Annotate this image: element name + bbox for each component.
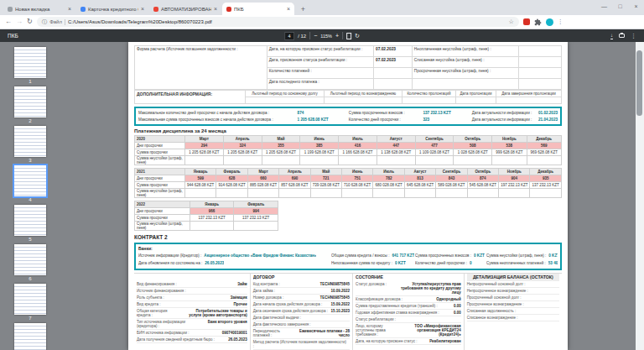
zoom-out-icon[interactable]: − — [314, 33, 317, 39]
thumbnail-page-number: 3 — [29, 158, 31, 163]
penalty-cell — [262, 156, 300, 165]
extensions-puzzle-icon[interactable] — [534, 18, 542, 26]
penalty-cell — [404, 189, 435, 198]
new-tab-button[interactable]: + — [298, 3, 309, 14]
summary-value: 1 205 628.08 KZT — [298, 118, 344, 122]
details-field: Источник финансирования : — [137, 288, 247, 295]
overdue-summary-box: Максимальное количество дней просрочки с… — [134, 107, 562, 126]
browser-window: Новая вкладка×Карточка кредитного бюро×А… — [0, 0, 644, 350]
address-separator — [65, 19, 65, 25]
month-header: Август — [404, 169, 435, 175]
month-header: Июль — [339, 136, 377, 143]
details-column: ДОГОВОРКод контракта :TECHN09875845Дата … — [250, 274, 352, 350]
contract-row: Источник информации (Кредитор) :Акционер… — [138, 252, 558, 259]
days-overdue-cell: 477 — [415, 143, 454, 149]
additional-info-value — [246, 97, 325, 104]
penalty-cell — [527, 156, 562, 165]
days-overdue-cell: 690 — [279, 175, 310, 182]
maximize-button[interactable]: □ — [612, 0, 628, 13]
penalty-cell — [373, 189, 404, 198]
tab-close-icon[interactable]: × — [287, 6, 290, 12]
forward-icon[interactable]: → — [16, 18, 23, 25]
field-label: Списанная неустойка (штраф, пеня) : — [412, 57, 518, 68]
thumbnail-page[interactable]: 4 — [14, 165, 46, 202]
thumbnail-page[interactable]: 6 — [14, 244, 46, 281]
thumbnail-page[interactable]: 2 — [14, 86, 46, 123]
pdf-more-icon[interactable]: ⋮ — [631, 33, 636, 39]
field-value — [519, 79, 562, 90]
month-header: Январь — [190, 201, 234, 208]
details-value: 0.00 — [454, 311, 461, 315]
minimize-button[interactable]: — — [596, 0, 612, 13]
thumbnail-page[interactable]: 8 — [14, 323, 46, 350]
month-header: Декабрь — [530, 169, 562, 175]
tab-close-icon[interactable]: × — [68, 6, 71, 12]
days-overdue-cell: 508 — [454, 143, 492, 149]
details-field: Непросроченное вознаграждение : — [467, 288, 559, 295]
details-label: Дата фактической выдачи : — [253, 316, 348, 320]
browser-tab[interactable]: ПКБ× — [222, 3, 294, 15]
month-header: Ноябрь — [499, 169, 530, 175]
thumbnail-page[interactable]: 5 — [14, 205, 46, 242]
field-label: Форма расчета (Источник погашения задолж… — [135, 46, 267, 90]
month-header: Май — [310, 169, 341, 175]
amount-overdue-cell: 1 166 628.08 KZT — [339, 149, 377, 156]
days-overdue-cell: 538 — [492, 143, 527, 149]
tab-close-icon[interactable]: × — [141, 6, 144, 12]
penalty-cell — [377, 156, 415, 165]
rotate-icon[interactable]: ↻ — [355, 33, 360, 39]
details-label: Переодичность платежей : — [253, 329, 292, 337]
address-bar[interactable]: ⓘ Файл C:/Users/Asus/Downloads/Telegram%… — [37, 17, 519, 27]
month-header: Август — [377, 136, 415, 143]
field-label: Дата, на которую присвоен статус реабили… — [267, 46, 373, 57]
penalty-cell — [310, 189, 341, 198]
scrollbar-thumb[interactable] — [636, 50, 642, 116]
penalty-cell — [190, 222, 234, 231]
contract-field-label: Сумма неоплаченных платежей : — [486, 261, 546, 265]
profile-avatar[interactable] — [546, 18, 553, 26]
info-icon[interactable]: ⓘ — [42, 18, 48, 26]
summary-label: Максимальная сумма просроченных взносов … — [138, 118, 295, 122]
print-icon[interactable] — [619, 34, 625, 38]
details-field: Вид финансирования :Займ — [137, 281, 247, 288]
details-field: БИН источника информации :090740019001 — [137, 330, 247, 337]
summary-label: Максимальное количество дней просрочки с… — [138, 111, 295, 115]
pdf-canvas: Форма расчета (Источник погашения задолж… — [60, 42, 636, 350]
pdf-toolbar: ПКБ 4 / 12 − 115% + ↻ ↓ ⋮ — [0, 29, 644, 42]
tab-label: Новая вкладка — [15, 7, 65, 12]
thumbnail-page[interactable]: 7 — [14, 284, 46, 321]
contract-field-value: 26.05.2023 — [205, 261, 224, 265]
details-field: Роль субъекта :Заёмщик — [137, 295, 247, 301]
field-value: 07.02.2023 — [374, 46, 413, 57]
download-icon[interactable]: ↓ — [610, 33, 613, 39]
penalty-cell — [234, 222, 278, 231]
thumbnail-page[interactable]: 1 — [14, 47, 46, 84]
penalty-cell — [223, 156, 262, 165]
close-button[interactable]: × — [628, 0, 644, 13]
tab-close-icon[interactable]: × — [214, 6, 217, 12]
details-label: Просроченный основной долг : — [467, 295, 558, 300]
details-label: Дата фактического завершения : — [253, 322, 348, 326]
reload-icon[interactable]: ↻ — [27, 18, 33, 25]
penalty-cell — [279, 189, 310, 198]
page-number-input[interactable]: 4 — [284, 32, 294, 40]
bookmark-star-icon[interactable]: ☆ — [508, 18, 513, 25]
browser-tab[interactable]: АВТОМАТИЗИРОВАННАЯ ИН...× — [149, 3, 221, 15]
days-overdue-cell: 416 — [339, 143, 377, 149]
additional-info-value — [324, 97, 402, 104]
zoom-level[interactable]: 115% — [320, 34, 332, 39]
penalty-cell — [436, 189, 467, 198]
browser-tab[interactable]: Новая вкладка× — [3, 3, 75, 15]
back-icon[interactable]: ← — [5, 18, 12, 25]
scrollbar[interactable] — [636, 42, 644, 350]
details-field: Сумма предоставленных кредитов (траншей)… — [356, 303, 461, 310]
thumbnail-preview — [14, 323, 46, 350]
thumbnail-page[interactable]: 3 — [14, 126, 46, 163]
zoom-in-icon[interactable]: + — [335, 33, 339, 39]
fit-page-icon[interactable] — [346, 33, 351, 39]
browser-menu-icon[interactable]: ⋮ — [558, 18, 564, 25]
amount-overdue-cell: 885 028.08 KZT — [247, 182, 278, 189]
extension-icon[interactable] — [523, 18, 530, 25]
browser-tab[interactable]: Карточка кредитного бюро× — [76, 3, 148, 15]
field-label: Дата, присвоения статуса реабилитации : — [267, 57, 373, 68]
